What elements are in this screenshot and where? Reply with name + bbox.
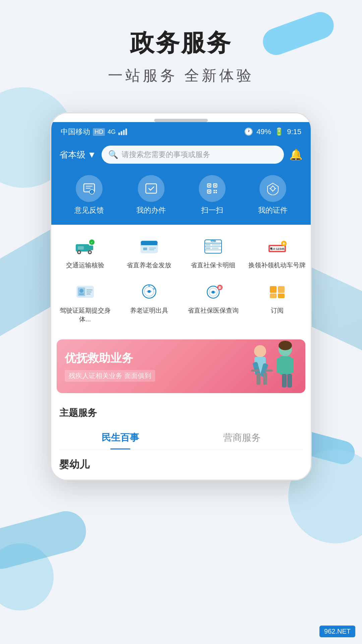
search-placeholder: 请搜索您需要的事项或服务 bbox=[122, 150, 277, 160]
svg-rect-27 bbox=[78, 246, 84, 250]
svg-point-71 bbox=[254, 345, 266, 357]
hero-section: 政务服务 一站服务 全新体验 bbox=[0, 0, 362, 99]
service-social-detail[interactable]: 明细 省直社保卡明细 bbox=[183, 231, 243, 273]
svg-point-52 bbox=[79, 289, 83, 293]
location-selector[interactable]: 省本级 ▼ bbox=[59, 149, 96, 161]
svg-point-59 bbox=[148, 290, 150, 293]
svg-rect-40 bbox=[206, 244, 210, 246]
app-header: 省本级 ▼ 🔍 请搜索您需要的事项或服务 🔔 bbox=[51, 140, 311, 172]
feedback-label: 意见反馈 bbox=[74, 205, 104, 215]
svg-rect-34 bbox=[149, 248, 156, 249]
status-left: 中国移动 HD 4G bbox=[61, 127, 127, 137]
carrier-label: 中国移动 bbox=[61, 127, 90, 137]
svg-rect-31 bbox=[141, 241, 158, 245]
banner-subtitle: 残疾人证相关业务 面面俱到 bbox=[65, 370, 155, 382]
pension-pay-icon bbox=[137, 235, 161, 258]
svg-rect-81 bbox=[277, 358, 281, 373]
signal-indicator bbox=[118, 128, 127, 135]
svg-rect-13 bbox=[216, 190, 217, 191]
plate-icon: 粤A·12345 补 bbox=[265, 235, 289, 258]
svg-rect-10 bbox=[215, 185, 216, 186]
svg-text:✓: ✓ bbox=[90, 241, 93, 244]
svg-rect-33 bbox=[143, 248, 147, 250]
svg-text:明细: 明细 bbox=[210, 239, 216, 243]
quick-action-mycert[interactable]: 我的证件 bbox=[258, 175, 288, 215]
svg-rect-78 bbox=[263, 373, 267, 385]
service-traffic[interactable]: ✓ 交通运输核验 bbox=[55, 231, 115, 273]
dropdown-arrow-icon: ▼ bbox=[87, 150, 96, 160]
driver-icon bbox=[73, 280, 97, 304]
quick-action-scan[interactable]: 扫一扫 bbox=[199, 175, 226, 215]
status-bar: 中国移动 HD 4G 🕐 49% 🔋 9:15 bbox=[51, 122, 311, 140]
social-detail-label: 省直社保卡明细 bbox=[191, 261, 235, 270]
svg-rect-84 bbox=[287, 374, 292, 387]
app-title: 政务服务 bbox=[13, 27, 349, 59]
svg-rect-42 bbox=[212, 244, 220, 246]
svg-rect-12 bbox=[214, 190, 215, 191]
pension-cert-label: 养老证明出具 bbox=[130, 306, 168, 315]
driver-label: 驾驶证延期提交身体... bbox=[56, 306, 114, 324]
promo-banner[interactable]: 优抚救助业务 残疾人证相关业务 面面俱到 bbox=[57, 339, 305, 393]
clock-icon: 🕐 bbox=[244, 127, 253, 136]
search-icon: 🔍 bbox=[108, 150, 118, 159]
theme-tabs: 民生百事 营商服务 bbox=[59, 426, 303, 450]
watermark: 962.NET bbox=[319, 626, 355, 637]
location-label: 省本级 bbox=[59, 149, 85, 161]
service-subscribe[interactable]: 订阅 bbox=[247, 277, 307, 327]
svg-rect-14 bbox=[214, 192, 215, 193]
svg-text:补: 补 bbox=[282, 242, 286, 246]
svg-point-64 bbox=[212, 291, 215, 293]
service-pension-cert[interactable]: 养老证明出具 bbox=[119, 277, 179, 327]
battery-icon: 🔋 bbox=[275, 127, 284, 136]
mycert-label: 我的证件 bbox=[258, 205, 288, 215]
svg-rect-75 bbox=[251, 370, 259, 372]
svg-rect-69 bbox=[270, 293, 277, 298]
mycert-icon bbox=[259, 175, 286, 202]
feedback-icon: i bbox=[76, 175, 103, 202]
sub-category-title: 婴幼儿 bbox=[59, 458, 303, 472]
svg-rect-54 bbox=[86, 289, 93, 290]
tab-civil[interactable]: 民生百事 bbox=[59, 426, 181, 449]
pension-cert-icon bbox=[137, 280, 161, 304]
quick-action-feedback[interactable]: i 意见反馈 bbox=[74, 175, 104, 215]
service-pension-pay[interactable]: 省直养老金发放 bbox=[119, 231, 179, 273]
svg-text:新: 新 bbox=[218, 286, 222, 289]
pension-pay-label: 省直养老金发放 bbox=[127, 261, 171, 270]
service-grid: ✓ 交通运输核验 省直养老金发放 bbox=[51, 225, 311, 334]
subscribe-icon bbox=[265, 280, 289, 304]
svg-rect-80 bbox=[279, 356, 291, 375]
tab-business[interactable]: 营商服务 bbox=[181, 426, 303, 449]
svg-rect-5 bbox=[146, 184, 157, 193]
service-driver[interactable]: 驾驶证延期提交身体... bbox=[55, 277, 115, 327]
svg-rect-83 bbox=[282, 374, 287, 387]
svg-point-16 bbox=[271, 186, 275, 191]
svg-point-60 bbox=[148, 285, 150, 287]
svg-point-85 bbox=[279, 341, 292, 350]
signal-bar-3 bbox=[123, 130, 125, 135]
scan-label: 扫一扫 bbox=[201, 205, 223, 215]
banner-illustration bbox=[238, 339, 305, 393]
svg-rect-55 bbox=[86, 291, 92, 292]
service-medical[interactable]: 新 省直社保医保查询 bbox=[183, 277, 243, 327]
svg-rect-15 bbox=[216, 192, 217, 193]
quick-actions-bar: i 意见反馈 我的办件 bbox=[51, 172, 311, 225]
app-subtitle: 一站服务 全新体验 bbox=[13, 66, 349, 86]
svg-rect-22 bbox=[86, 246, 93, 250]
network-label: HD bbox=[93, 128, 105, 136]
svg-rect-76 bbox=[264, 370, 273, 372]
svg-rect-53 bbox=[79, 293, 84, 295]
signal-bar-2 bbox=[121, 131, 122, 135]
mywork-icon bbox=[138, 175, 165, 202]
svg-rect-35 bbox=[149, 249, 154, 250]
svg-point-61 bbox=[153, 288, 155, 290]
svg-rect-77 bbox=[256, 373, 260, 385]
scan-icon bbox=[199, 175, 226, 202]
search-bar[interactable]: 🔍 请搜索您需要的事项或服务 bbox=[102, 146, 284, 164]
quick-action-mywork[interactable]: 我的办件 bbox=[136, 175, 166, 215]
notification-bell-icon[interactable]: 🔔 bbox=[289, 148, 303, 161]
service-plate[interactable]: 粤A·12345 补 换领补领机动车号牌 bbox=[247, 231, 307, 273]
sub-category-section: 婴幼儿 bbox=[51, 450, 311, 480]
svg-rect-11 bbox=[208, 191, 210, 192]
svg-rect-43 bbox=[212, 248, 219, 249]
traffic-label: 交通运输核验 bbox=[66, 261, 104, 270]
